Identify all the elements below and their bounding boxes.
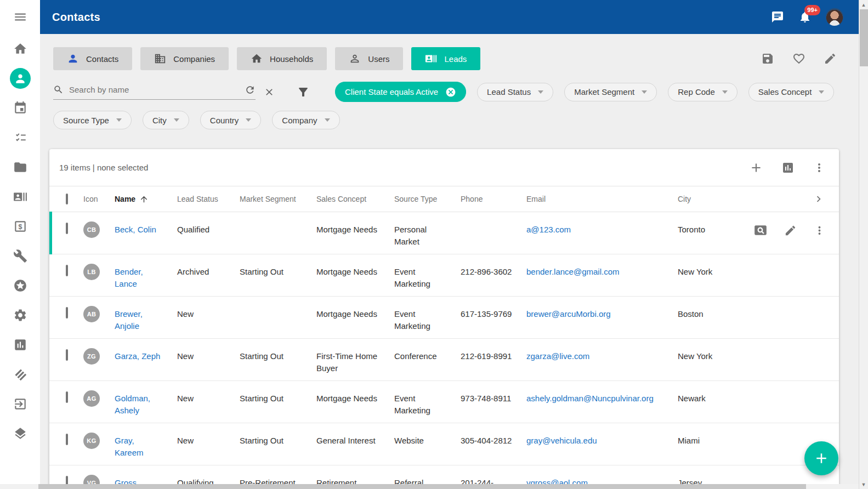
vertical-scrollbar[interactable]: ▲ ▼ — [859, 0, 868, 489]
contact-name-link[interactable]: Bender, Lance — [115, 267, 143, 288]
email-link[interactable]: a@123.com — [526, 225, 571, 234]
table-row[interactable]: LBBender, LanceArchivedStarting OutMortg… — [49, 254, 839, 297]
more-vert-icon[interactable] — [813, 161, 826, 174]
save-icon[interactable] — [761, 52, 774, 65]
table-row[interactable]: CBBeck, ColinQualifiedMortgage NeedsPers… — [49, 212, 839, 254]
scrollbar-thumb[interactable] — [860, 9, 868, 66]
row-checkbox-cell — [49, 339, 83, 361]
row-checkbox[interactable] — [66, 307, 68, 319]
chevron-down-icon — [722, 90, 728, 94]
tab-leads[interactable]: Leads — [411, 47, 480, 70]
menu-icon[interactable] — [13, 10, 27, 24]
active-filter-chip[interactable]: Client State equals Active — [335, 82, 466, 102]
avatar[interactable] — [826, 8, 843, 26]
search-input[interactable] — [69, 85, 245, 94]
column-header-source-type[interactable]: Source Type — [394, 195, 461, 203]
contact-name-link[interactable]: Beck, Colin — [115, 225, 156, 234]
row-checkbox[interactable] — [66, 391, 68, 403]
clear-search-icon[interactable] — [264, 87, 275, 98]
tab-users[interactable]: Users — [335, 47, 403, 70]
filter-chip-country[interactable]: Country — [200, 111, 262, 129]
filter-chip-source-type[interactable]: Source Type — [53, 111, 132, 129]
horizontal-scrollbar[interactable] — [0, 484, 859, 489]
sales-concept-cell: Mortgage Needs — [316, 254, 394, 278]
filter-icon[interactable] — [297, 86, 310, 99]
sidebar-item-favorites[interactable] — [12, 278, 29, 293]
email-link[interactable]: ashely.goldman@Nuncpulvinar.org — [526, 394, 654, 403]
table-row[interactable]: KGGray, KareemNewStarting OutGeneral Int… — [49, 423, 839, 465]
select-all-checkbox[interactable] — [66, 194, 68, 204]
row-checkbox-cell — [49, 254, 83, 277]
column-header-email[interactable]: Email — [526, 195, 678, 203]
card-toolbar: 19 items | none selected — [49, 149, 839, 186]
filter-chip-rep-code[interactable]: Rep Code — [668, 83, 737, 101]
edit-icon[interactable] — [784, 224, 797, 237]
tab-companies[interactable]: Companies — [140, 47, 229, 70]
pencil-icon[interactable] — [824, 52, 837, 65]
filter-chip-sales-concept[interactable]: Sales Concept — [748, 83, 835, 101]
chevron-right-icon[interactable] — [813, 193, 825, 205]
column-header-market-segment[interactable]: Market Segment — [240, 195, 316, 203]
email-link[interactable]: bender.lance@gmail.com — [526, 267, 619, 276]
row-checkbox[interactable] — [66, 349, 68, 361]
sidebar-item-contacts[interactable] — [10, 68, 31, 89]
sidebar-item-exit[interactable] — [12, 396, 29, 412]
sidebar-item-home[interactable] — [12, 41, 29, 56]
heart-icon[interactable] — [792, 52, 805, 65]
more-vert-icon[interactable] — [813, 224, 826, 237]
column-header-lead-status[interactable]: Lead Status — [177, 195, 240, 203]
scroll-up-arrow[interactable]: ▲ — [859, 0, 868, 9]
sidebar-item-leads[interactable] — [12, 189, 29, 204]
filter-chip-city[interactable]: City — [143, 111, 189, 129]
remove-filter-icon[interactable] — [445, 87, 456, 98]
email-link[interactable]: zgarza@live.com — [526, 351, 589, 361]
header-actions-cell — [740, 193, 839, 205]
column-header-sales-concept[interactable]: Sales Concept — [316, 195, 394, 203]
table-row[interactable]: ZGGarza, ZephNewStarting OutFirst-Time H… — [49, 339, 839, 381]
contact-name-cell: Beck, Colin — [115, 212, 177, 236]
table-row[interactable]: AGGoldman, AshelyNewStarting OutMortgage… — [49, 381, 839, 423]
chat-icon[interactable] — [771, 10, 784, 24]
contact-initials-avatar: ZG — [83, 348, 100, 365]
bell-icon[interactable]: 99+ — [798, 10, 812, 24]
sidebar-item-partners[interactable] — [12, 367, 29, 382]
filter-chip-company[interactable]: Company — [272, 111, 339, 129]
contact-name-link[interactable]: Garza, Zeph — [115, 351, 160, 361]
sidebar-item-calendar[interactable] — [12, 100, 29, 116]
sidebar-item-layers[interactable] — [12, 426, 29, 441]
table-row[interactable]: ABBrewer, AnjolieNewMortgage NeedsEvent … — [49, 297, 839, 339]
folder-icon — [13, 160, 27, 174]
tab-households[interactable]: Households — [237, 47, 327, 70]
sidebar-item-documents[interactable] — [12, 160, 29, 175]
filter-chip-lead-status[interactable]: Lead Status — [477, 83, 553, 101]
row-checkbox[interactable] — [66, 434, 68, 445]
sidebar-item-settings[interactable] — [12, 308, 29, 323]
filter-chip-market-segment[interactable]: Market Segment — [564, 83, 657, 101]
refresh-icon[interactable] — [245, 84, 256, 95]
sort-ascending-icon — [139, 195, 149, 204]
scroll-down-arrow[interactable]: ▼ — [859, 480, 868, 489]
row-checkbox[interactable] — [66, 265, 68, 276]
sidebar-item-tasks[interactable] — [12, 130, 29, 145]
contact-name-link[interactable]: Goldman, Ashely — [115, 394, 150, 415]
contact-name-link[interactable]: Gray, Kareem — [115, 436, 144, 457]
tab-contacts[interactable]: Contacts — [53, 47, 132, 70]
add-icon[interactable] — [749, 161, 763, 175]
row-icon-cell: LB — [83, 254, 115, 280]
contact-name-cell: Brewer, Anjolie — [115, 297, 177, 332]
fab-add-button[interactable] — [804, 441, 838, 475]
email-link[interactable]: gray@vehicula.edu — [526, 436, 597, 445]
column-header-city[interactable]: City — [678, 195, 740, 203]
column-header-name[interactable]: Name — [115, 195, 177, 204]
hscrollbar-thumb[interactable] — [38, 484, 806, 489]
sidebar-item-reports[interactable] — [12, 337, 29, 352]
sidebar-item-billing[interactable]: $ — [12, 219, 29, 234]
row-checkbox[interactable] — [66, 223, 68, 234]
preview-icon[interactable] — [753, 223, 768, 237]
column-header-phone[interactable]: Phone — [461, 195, 526, 203]
email-link[interactable]: brewer@arcuMorbi.org — [526, 309, 611, 319]
column-header-icon[interactable]: Icon — [83, 195, 115, 203]
bar-chart-icon[interactable] — [781, 161, 795, 174]
sidebar-item-tools[interactable] — [12, 248, 29, 264]
contact-name-link[interactable]: Brewer, Anjolie — [115, 309, 143, 331]
